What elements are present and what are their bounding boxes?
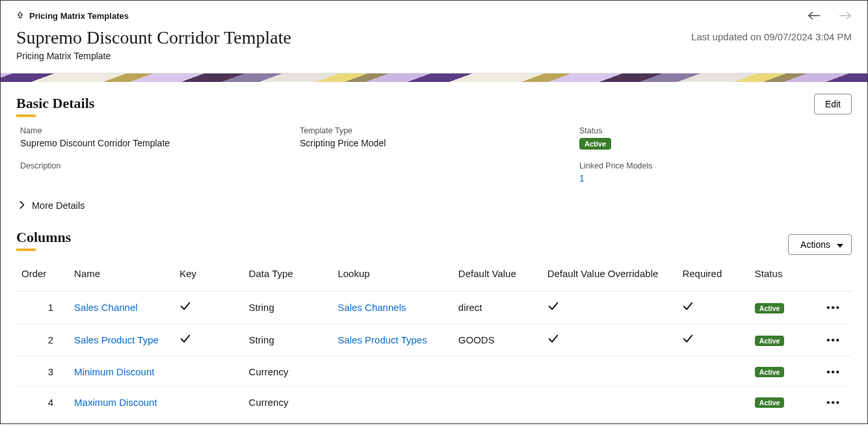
column-name-link[interactable]: Sales Product Type — [74, 334, 159, 345]
cell-required — [677, 324, 749, 356]
th-actions — [815, 260, 852, 291]
table-row: 3Minimum DiscountCurrencyActive••• — [16, 356, 852, 387]
cell-order: 4 — [16, 387, 69, 418]
field-value-linked-models[interactable]: 1 — [579, 173, 852, 183]
columns-heading: Columns — [16, 229, 852, 246]
th-lookup[interactable]: Lookup — [332, 260, 453, 291]
th-order[interactable]: Order — [16, 260, 69, 291]
row-actions-menu[interactable]: ••• — [826, 397, 841, 408]
field-value-name: Supremo Discount Corridor Template — [20, 138, 300, 148]
cell-default-value: direct — [453, 291, 542, 324]
row-status-badge: Active — [755, 367, 785, 377]
page-header: Pricing Matrix Templates Supremo Discoun… — [1, 1, 867, 73]
cell-order: 2 — [16, 324, 69, 356]
th-key[interactable]: Key — [174, 260, 243, 291]
cell-default-overridable — [542, 387, 677, 418]
th-default-overridable[interactable]: Default Value Overridable — [542, 260, 677, 291]
cell-default-overridable — [542, 324, 677, 356]
check-icon — [179, 336, 191, 347]
edit-button[interactable]: Edit — [814, 94, 852, 114]
th-required[interactable]: Required — [677, 260, 749, 291]
field-label-description: Description — [20, 161, 300, 170]
cell-default-overridable — [542, 291, 677, 324]
cell-required — [677, 291, 749, 324]
actions-button-label: Actions — [800, 239, 830, 250]
status-badge: Active — [579, 138, 611, 150]
up-arrow-icon — [16, 11, 24, 21]
columns-section: Columns Actions Order Name Key Data Type… — [1, 222, 867, 423]
cell-data-type: String — [244, 324, 333, 356]
cell-key — [174, 356, 243, 387]
more-details-toggle[interactable]: More Details — [16, 195, 852, 216]
last-updated-text: Last updated on 09/07/2024 3:04 PM — [691, 31, 852, 42]
cell-order: 1 — [16, 291, 69, 324]
breadcrumb-label: Pricing Matrix Templates — [29, 11, 129, 21]
nav-arrows — [691, 11, 852, 22]
field-label-name: Name — [20, 126, 300, 135]
check-icon — [682, 336, 694, 347]
check-icon — [179, 303, 191, 314]
cell-data-type: String — [244, 291, 333, 324]
decorative-strip — [1, 73, 867, 82]
th-default-value[interactable]: Default Value — [453, 260, 542, 291]
details-row-2: Description Linked Price Models 1 — [16, 161, 852, 183]
page-container: Pricing Matrix Templates Supremo Discoun… — [0, 0, 868, 424]
th-name[interactable]: Name — [69, 260, 174, 291]
field-label-template-type: Template Type — [300, 126, 579, 135]
check-icon — [547, 336, 559, 347]
row-status-badge: Active — [755, 397, 785, 408]
cell-data-type: Currency — [244, 387, 333, 418]
lookup-link[interactable]: Sales Channels — [337, 302, 406, 313]
cell-key — [174, 291, 243, 324]
details-row-1: Name Supremo Discount Corridor Template … — [16, 126, 852, 150]
header-right: Last updated on 09/07/2024 3:04 PM — [691, 11, 852, 42]
column-name-link[interactable]: Maximum Discount — [74, 397, 157, 408]
cell-default-value — [453, 356, 542, 387]
field-label-linked-models: Linked Price Models — [579, 161, 852, 170]
nav-next-icon — [839, 11, 852, 22]
field-label-status: Status — [579, 126, 852, 135]
columns-table: Order Name Key Data Type Lookup Default … — [16, 260, 852, 417]
heading-accent — [16, 114, 36, 117]
cell-default-value: GOODS — [453, 324, 542, 356]
column-name-link[interactable]: Minimum Discount — [74, 366, 154, 377]
table-row: 4Maximum DiscountCurrencyActive••• — [16, 387, 852, 418]
cell-default-value — [453, 387, 542, 418]
row-actions-menu[interactable]: ••• — [826, 334, 841, 345]
table-row: 2Sales Product TypeStringSales Product T… — [16, 324, 852, 356]
cell-key — [174, 324, 243, 356]
basic-details-section: Basic Details Edit Name Supremo Discount… — [1, 82, 867, 222]
cell-required — [677, 387, 749, 418]
cell-required — [677, 356, 749, 387]
heading-accent — [16, 248, 36, 251]
cell-default-overridable — [542, 356, 677, 387]
table-header-row: Order Name Key Data Type Lookup Default … — [16, 260, 852, 291]
check-icon — [682, 303, 694, 314]
row-status-badge: Active — [755, 336, 785, 346]
chevron-right-icon — [19, 200, 25, 211]
cell-key — [174, 387, 243, 418]
page-subtitle: Pricing Matrix Template — [16, 51, 852, 61]
row-actions-menu[interactable]: ••• — [826, 302, 841, 313]
caret-down-icon — [837, 239, 843, 250]
nav-prev-icon[interactable] — [808, 11, 821, 22]
more-details-label: More Details — [32, 200, 85, 211]
basic-details-heading: Basic Details — [16, 95, 852, 112]
cell-data-type: Currency — [244, 356, 333, 387]
actions-button[interactable]: Actions — [788, 234, 852, 255]
cell-order: 3 — [16, 356, 69, 387]
row-status-badge: Active — [755, 303, 785, 314]
th-status[interactable]: Status — [750, 260, 815, 291]
th-data-type[interactable]: Data Type — [244, 260, 333, 291]
column-name-link[interactable]: Sales Channel — [74, 302, 138, 313]
field-value-template-type: Scripting Price Model — [300, 138, 579, 148]
table-row: 1Sales ChannelStringSales Channelsdirect… — [16, 291, 852, 324]
row-actions-menu[interactable]: ••• — [826, 366, 841, 377]
check-icon — [547, 303, 559, 314]
lookup-link[interactable]: Sales Product Types — [337, 334, 427, 345]
